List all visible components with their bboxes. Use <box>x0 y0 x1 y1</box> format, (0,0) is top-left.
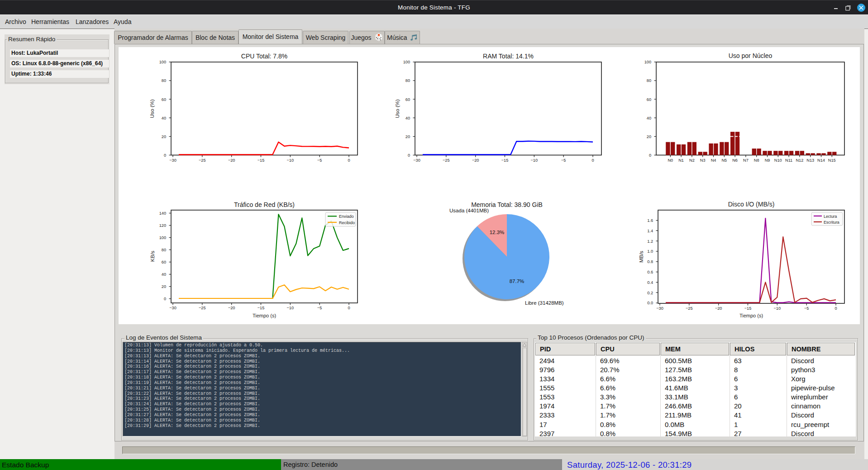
svg-text:100: 100 <box>644 60 651 64</box>
svg-text:60: 60 <box>405 97 410 102</box>
svg-text:0: 0 <box>164 153 166 158</box>
svg-text:N12: N12 <box>796 158 803 163</box>
svg-text:0: 0 <box>591 158 594 163</box>
svg-text:Uso (%): Uso (%) <box>149 99 155 118</box>
svg-text:−15: −15 <box>501 158 509 163</box>
svg-text:N4: N4 <box>711 158 716 163</box>
svg-text:0: 0 <box>408 153 410 158</box>
svg-text:12.3%: 12.3% <box>490 230 505 235</box>
svg-text:0: 0 <box>164 297 166 301</box>
svg-text:20: 20 <box>162 134 166 139</box>
svg-text:80: 80 <box>647 78 651 83</box>
svg-text:Tiempo (s): Tiempo (s) <box>253 313 276 318</box>
svg-text:Uso (%): Uso (%) <box>395 99 400 118</box>
svg-text:Recibido: Recibido <box>339 221 355 225</box>
svg-text:KB/s: KB/s <box>150 251 155 262</box>
svg-text:Memoria Total: 38.90 GiB: Memoria Total: 38.90 GiB <box>471 201 543 208</box>
svg-text:40: 40 <box>162 116 166 120</box>
svg-text:−25: −25 <box>686 306 693 311</box>
svg-text:N13: N13 <box>806 158 814 163</box>
svg-text:1.2: 1.2 <box>647 239 653 244</box>
svg-text:100: 100 <box>159 60 166 64</box>
svg-text:N3: N3 <box>700 158 706 163</box>
svg-text:0: 0 <box>348 158 350 163</box>
svg-text:0.8: 0.8 <box>647 259 653 264</box>
svg-text:−5: −5 <box>317 306 322 310</box>
svg-text:N2: N2 <box>689 158 695 163</box>
svg-text:0.4: 0.4 <box>647 280 653 285</box>
svg-text:−15: −15 <box>258 306 265 310</box>
svg-text:80: 80 <box>162 248 166 252</box>
svg-text:Tiempo (s): Tiempo (s) <box>739 313 763 318</box>
svg-text:1.6: 1.6 <box>647 218 653 223</box>
svg-text:N1: N1 <box>678 158 684 163</box>
svg-text:N15: N15 <box>828 158 836 163</box>
svg-text:−30: −30 <box>656 306 663 311</box>
svg-text:Tráfico de Red (KB/s): Tráfico de Red (KB/s) <box>234 201 295 208</box>
svg-text:−5: −5 <box>804 306 809 311</box>
svg-text:Uso por Núcleo: Uso por Núcleo <box>729 52 773 59</box>
svg-text:60: 60 <box>162 97 166 102</box>
svg-text:20: 20 <box>162 284 166 289</box>
svg-text:N14: N14 <box>817 158 825 163</box>
svg-text:−20: −20 <box>715 306 722 311</box>
svg-text:0: 0 <box>835 306 837 311</box>
svg-text:20: 20 <box>647 134 651 139</box>
svg-text:N6: N6 <box>732 158 738 163</box>
svg-text:120: 120 <box>159 223 166 228</box>
svg-text:−5: −5 <box>317 158 322 163</box>
svg-text:N10: N10 <box>774 158 782 163</box>
svg-text:−25: −25 <box>199 158 206 163</box>
svg-text:Lectura: Lectura <box>824 214 837 219</box>
svg-text:87.7%: 87.7% <box>510 278 525 284</box>
svg-text:MB/s: MB/s <box>639 251 644 263</box>
svg-text:CPU Total: 7.8%: CPU Total: 7.8% <box>241 53 287 60</box>
svg-text:−5: −5 <box>561 158 566 163</box>
svg-text:N0: N0 <box>668 158 673 163</box>
svg-text:Escritura: Escritura <box>824 220 839 225</box>
svg-text:Libre (31428MB): Libre (31428MB) <box>525 300 564 306</box>
svg-text:140: 140 <box>159 211 166 216</box>
svg-text:Enviado: Enviado <box>339 214 354 219</box>
svg-text:100: 100 <box>403 60 410 64</box>
svg-text:60: 60 <box>647 97 651 102</box>
svg-text:N8: N8 <box>754 158 759 163</box>
svg-text:−25: −25 <box>199 306 206 310</box>
svg-text:−20: −20 <box>228 158 235 163</box>
svg-text:−10: −10 <box>774 306 781 311</box>
svg-text:0.6: 0.6 <box>647 270 653 274</box>
svg-text:1.0: 1.0 <box>647 249 653 254</box>
svg-text:−15: −15 <box>258 158 265 163</box>
svg-text:80: 80 <box>162 78 166 83</box>
svg-text:−15: −15 <box>744 306 752 311</box>
svg-text:60: 60 <box>162 260 166 264</box>
svg-text:RAM Total: 14.1%: RAM Total: 14.1% <box>483 53 534 60</box>
svg-text:−20: −20 <box>472 158 479 163</box>
svg-text:Disco I/O (MB/s): Disco I/O (MB/s) <box>728 201 775 208</box>
svg-text:40: 40 <box>162 272 166 277</box>
svg-text:40: 40 <box>647 116 651 120</box>
svg-text:−10: −10 <box>531 158 538 163</box>
svg-text:1.4: 1.4 <box>647 229 653 233</box>
svg-text:0.0: 0.0 <box>647 301 653 305</box>
svg-text:−30: −30 <box>169 306 176 310</box>
svg-text:0.2: 0.2 <box>647 291 653 295</box>
svg-text:−20: −20 <box>228 306 235 310</box>
svg-text:Usada (4401MB): Usada (4401MB) <box>449 208 489 213</box>
svg-text:20: 20 <box>405 134 410 139</box>
svg-text:N5: N5 <box>721 158 727 163</box>
svg-text:N11: N11 <box>785 158 792 163</box>
svg-text:−10: −10 <box>287 306 294 310</box>
svg-text:−30: −30 <box>169 158 176 163</box>
svg-text:−10: −10 <box>287 158 294 163</box>
svg-text:80: 80 <box>405 78 410 83</box>
svg-text:100: 100 <box>159 235 166 240</box>
svg-text:N9: N9 <box>765 158 770 163</box>
svg-text:−30: −30 <box>413 158 420 163</box>
svg-text:0: 0 <box>649 153 651 158</box>
svg-text:40: 40 <box>405 116 410 120</box>
svg-text:N7: N7 <box>743 158 749 163</box>
svg-text:−25: −25 <box>443 158 450 163</box>
svg-text:0: 0 <box>348 306 350 310</box>
